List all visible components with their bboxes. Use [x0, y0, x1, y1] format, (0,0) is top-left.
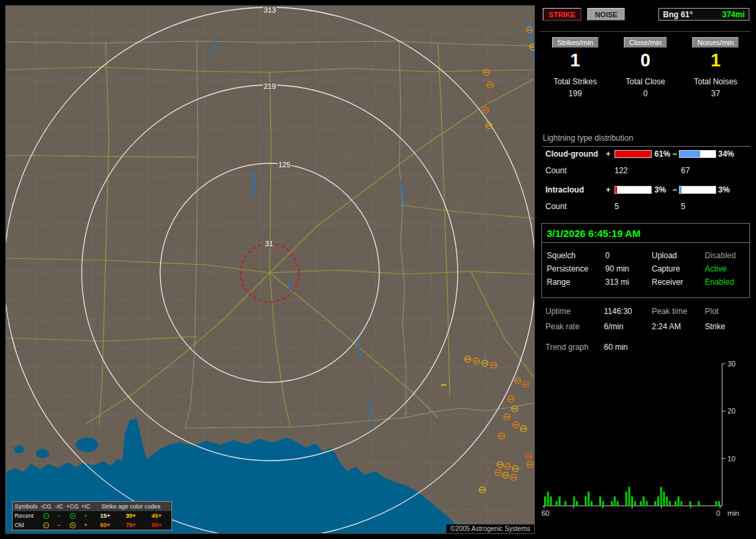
count-label: Count — [545, 202, 567, 211]
cg-plus-bar — [614, 150, 652, 158]
range-value: 313 mi — [605, 277, 652, 287]
age-code-75: 75+ — [126, 521, 136, 530]
bearing-display: Bng 61° 374mi — [658, 8, 749, 21]
ic-plus-bar — [614, 186, 652, 194]
uptime-label: Uptime — [545, 307, 604, 316]
neg-ic-icon: − — [52, 512, 66, 520]
age-code-60: 60+ — [100, 521, 110, 530]
ic-minus-bar — [679, 186, 716, 194]
sidebar: STRIKE NOISE Bng 61° 374mi Strikes/min 1… — [540, 5, 751, 534]
age-code-45: 45+ — [151, 512, 161, 520]
svg-text:60: 60 — [541, 509, 549, 517]
total-noises-value: 37 — [711, 89, 720, 98]
count-label: Count — [545, 166, 567, 175]
upload-status: Disabled — [705, 251, 749, 260]
legend-recent-label: Recent — [15, 512, 39, 520]
total-close-label: Total Close — [626, 77, 665, 86]
neg-cg-icon: − — [39, 521, 52, 530]
neg-ic-icon: − — [52, 521, 66, 530]
peak-time-label: Peak time — [652, 307, 705, 316]
noises-per-min-button[interactable]: Noises/min — [692, 37, 739, 48]
noise-button[interactable]: NOISE — [587, 8, 625, 21]
age-code-30: 30+ — [126, 512, 136, 520]
total-strikes-value: 199 — [569, 89, 582, 98]
close-per-min-value: 0 — [640, 50, 650, 70]
trend-graph: 102030600min — [541, 357, 749, 521]
pos-ic-icon: + — [79, 521, 92, 530]
bearing-label: Bng 61° — [663, 10, 693, 19]
peak-rate-label: Peak rate — [545, 322, 604, 331]
pos-ic-icon: + — [79, 512, 92, 520]
capture-status: Active — [705, 264, 749, 273]
svg-text:20: 20 — [727, 407, 735, 415]
cloud-ground-count-row: Count 122 67 — [540, 166, 751, 175]
cg-plus-percent: 61% — [654, 149, 670, 159]
upload-label: Upload — [652, 251, 705, 260]
toolbar-divider — [540, 31, 751, 32]
noises-rate-column: Noises/min 1 Total Noises 37 — [680, 37, 751, 98]
persistence-label: Persistence — [547, 264, 605, 273]
strikes-rate-column: Strikes/min 1 Total Strikes 199 — [540, 37, 611, 98]
legend-col-neg-cg: -CG — [39, 502, 52, 511]
svg-text:30: 30 — [727, 360, 735, 368]
legend-col-neg-ic: -IC — [52, 502, 66, 511]
range-label: Range — [547, 277, 605, 287]
receiver-label: Receiver — [652, 277, 705, 287]
rate-columns: Strikes/min 1 Total Strikes 199 Close/mi… — [540, 37, 751, 98]
lightning-map[interactable]: 313 219 125 31 — [6, 6, 534, 533]
age-code-90: 90+ — [151, 521, 161, 530]
plot-value: Strike — [705, 322, 749, 331]
peak-time-value: 2:24 AM — [652, 322, 705, 331]
strikes-per-min-value: 1 — [570, 50, 580, 70]
legend-col-pos-ic: +IC — [79, 502, 92, 511]
ring-label-313: 313 — [264, 6, 276, 14]
ring-label-31: 31 — [265, 240, 273, 248]
capture-label: Capture — [652, 264, 705, 273]
cg-minus-percent: 34% — [718, 149, 734, 159]
status-panel: 3/1/2026 6:45:19 AM Squelch 0 Upload Dis… — [541, 223, 750, 298]
pos-cg-icon: + — [66, 521, 79, 530]
neg-cg-icon: − — [39, 512, 52, 520]
close-rate-column: Close/min 0 Total Close 0 — [611, 37, 681, 98]
ic-plus-count: 5 — [614, 202, 619, 211]
close-per-min-button[interactable]: Close/min — [624, 37, 667, 48]
pos-cg-icon: + — [66, 512, 79, 520]
cg-minus-count: 67 — [681, 166, 690, 175]
strike-button[interactable]: STRIKE — [543, 8, 581, 21]
noises-per-min-value: 1 — [711, 50, 721, 70]
ic-minus-percent: 3% — [718, 185, 729, 194]
legend-row-old: Old − − + + 60+ 75+ 90+ — [13, 520, 171, 530]
svg-text:10: 10 — [727, 455, 735, 463]
cg-plus-count: 122 — [614, 166, 628, 175]
ic-plus-percent: 3% — [654, 185, 666, 194]
status-grid: Squelch 0 Upload Disabled Persistence 90… — [547, 249, 749, 289]
legend-old-label: Old — [15, 521, 39, 530]
stats-row-2: Peak rate 6/min 2:24 AM Strike — [545, 322, 749, 331]
age-code-15: 15+ — [100, 512, 110, 520]
strikes-per-min-button[interactable]: Strikes/min — [552, 37, 599, 48]
uptime-value: 1146:30 — [604, 307, 652, 316]
legend-symbols-header: Symbols — [15, 502, 39, 511]
squelch-label: Squelch — [547, 251, 605, 260]
svg-text:min: min — [727, 509, 739, 517]
toolbar: STRIKE NOISE Bng 61° 374mi — [541, 8, 751, 23]
intracloud-label: Intracloud — [545, 185, 584, 194]
plus-sign: + — [606, 185, 611, 194]
total-close-value: 0 — [643, 89, 648, 98]
copyright-text: ©2005 Astrogenic Systems — [446, 524, 534, 533]
svg-text:0: 0 — [716, 509, 720, 517]
intracloud-row: Intracloud + 3% − 3% — [540, 185, 751, 196]
persistence-value: 90 min — [605, 264, 652, 273]
stats-row-3: Trend graph 60 min — [545, 343, 749, 352]
squelch-value: 0 — [605, 251, 652, 260]
cloud-ground-row: Cloud-ground + 61% − 34% — [540, 149, 751, 160]
minus-sign: − — [672, 149, 677, 159]
receiver-status: Enabled — [705, 277, 749, 287]
plus-sign: + — [606, 149, 611, 159]
intracloud-count-row: Count 5 5 — [540, 202, 751, 211]
map-legend: Symbols -CG -IC +CG +IC Strike age color… — [12, 501, 172, 530]
trend-graph-value: 60 min — [604, 343, 652, 352]
total-noises-label: Total Noises — [694, 77, 737, 86]
distribution-title: Lightning type distribution — [543, 133, 751, 147]
legend-col-pos-cg: +CG — [66, 502, 79, 511]
